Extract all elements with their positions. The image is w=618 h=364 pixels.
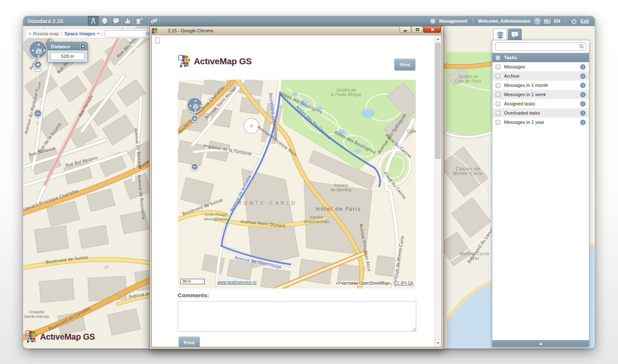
minimize-button[interactable] <box>399 26 411 33</box>
scrollbar-thumb[interactable] <box>435 43 441 159</box>
tasks-header-label: Tasks <box>504 55 517 60</box>
brand-logo: ActıveMap GS <box>25 330 95 343</box>
info-icon[interactable]: i <box>580 110 586 116</box>
power-icon <box>571 18 577 24</box>
document-icon <box>155 37 160 43</box>
map-label: Cafe <box>407 129 416 134</box>
help-button[interactable]: ? <box>534 18 541 24</box>
brand-name: ActıveMap GS <box>194 56 252 66</box>
task-checkbox[interactable] <box>496 111 500 115</box>
chevron-down-icon: ▾ <box>98 31 100 36</box>
lang-en-button[interactable]: EN <box>554 18 560 24</box>
gear-icon <box>430 18 436 24</box>
distance-value: 528 m <box>50 52 85 60</box>
print-button-bottom[interactable]: Print <box>179 337 200 347</box>
search-icon <box>579 44 584 49</box>
sidebar-search-input[interactable] <box>497 43 577 50</box>
task-checkbox[interactable] <box>496 65 500 69</box>
attribution-license-link[interactable]: CC-BY-SA <box>394 281 413 285</box>
map-label: Croix-RougeMonégasque <box>204 212 227 221</box>
comments-textarea[interactable] <box>178 301 416 332</box>
sidebar-collapse-bar[interactable] <box>492 340 589 347</box>
close-icon[interactable]: ✕ <box>80 44 86 49</box>
topbar-right: Management Welcome, Administrator ? RU E… <box>430 18 595 24</box>
zoom-out-button[interactable]: − <box>191 163 198 170</box>
base-layer-dropdown[interactable]: Russia map <box>33 31 59 36</box>
task-checkbox[interactable] <box>496 74 500 79</box>
lang-ru-button[interactable]: RU <box>544 18 551 24</box>
window-titlebar[interactable]: 2.15 - Google Chrome <box>150 26 444 35</box>
pan-control[interactable] <box>187 97 203 113</box>
stats-tool-button[interactable] <box>121 16 133 26</box>
info-icon[interactable]: i <box>580 120 586 125</box>
toolbar <box>87 16 160 26</box>
zoom-out-button[interactable]: − <box>34 109 42 118</box>
info-icon[interactable]: i <box>580 101 586 107</box>
exit-button[interactable]: Exit <box>581 18 589 24</box>
zoom-in-button[interactable]: + <box>34 60 42 69</box>
tasks-panel: Tasks Messages i Archive i Messages in 1… <box>492 40 589 347</box>
print-brand-logo: ActıveMap GS <box>178 55 252 68</box>
layer-switcher: ▾ Russia map | Space images ▾ | <box>25 29 156 39</box>
tab-messages[interactable]: ? <box>508 29 522 40</box>
close-button[interactable] <box>423 26 441 33</box>
add-layer-icon <box>135 18 143 24</box>
task-label: Messages <box>504 64 525 69</box>
pan-control[interactable] <box>29 40 47 59</box>
task-row[interactable]: Messages in 1 week i <box>492 90 589 99</box>
tasks-select-all-checkbox[interactable] <box>496 55 500 60</box>
legend-tool-button[interactable] <box>110 16 121 26</box>
map-scale-bar: 30 m <box>180 279 205 284</box>
info-icon[interactable]: i <box>580 64 586 70</box>
map-search <box>105 30 152 37</box>
distance-popup-title: Distance <box>51 44 80 49</box>
measure-tool-button[interactable] <box>87 16 99 26</box>
task-row[interactable]: Assigned tasks i <box>492 99 589 108</box>
task-row[interactable]: Archive i <box>492 71 589 81</box>
scroll-up-button[interactable] <box>435 36 441 42</box>
messages-icon: ? <box>511 31 519 38</box>
task-checkbox[interactable] <box>496 83 500 88</box>
task-label: Messages in 1 year <box>504 120 544 125</box>
activemap-logo-icon <box>25 330 37 343</box>
task-row[interactable]: Overloaded tasks i <box>492 108 589 118</box>
task-row[interactable]: Messages in 1 year i <box>492 118 589 127</box>
legend-icon <box>113 18 119 24</box>
task-row[interactable]: Messages i <box>492 62 589 71</box>
stats-icon <box>124 18 131 24</box>
task-label: Archive <box>504 73 520 79</box>
print-map[interactable]: Boulevard Princesse CharlotteAvenue Sain… <box>178 80 416 288</box>
map-search-input[interactable] <box>106 31 145 37</box>
task-row[interactable]: Messages in 1 month i <box>492 81 589 90</box>
task-checkbox[interactable] <box>496 120 500 125</box>
task-checkbox[interactable] <box>496 92 500 97</box>
divider: | <box>61 31 62 36</box>
activemap-logo-icon <box>178 55 190 68</box>
chevron-down-icon: ▾ <box>29 31 31 36</box>
info-icon[interactable]: i <box>580 83 586 88</box>
overlay-layer-dropdown[interactable]: Space images <box>64 31 95 36</box>
add-layer-tool-button[interactable] <box>133 16 144 26</box>
zoom-in-button[interactable]: + <box>191 115 198 122</box>
info-icon[interactable]: i <box>580 92 586 97</box>
management-button[interactable]: Management <box>439 18 467 24</box>
link-tool-button[interactable] <box>148 16 160 26</box>
pan-hand-icon <box>29 41 48 60</box>
print-button-top[interactable]: Print <box>394 59 415 71</box>
zoom-slider-track[interactable] <box>37 71 38 107</box>
svg-text:?: ? <box>513 32 515 36</box>
print-tool-button[interactable] <box>99 16 110 26</box>
scroll-down-button[interactable] <box>435 340 441 346</box>
divider <box>473 18 473 24</box>
task-checkbox[interactable] <box>496 102 500 106</box>
screen: Avenue de VillaineAvenue du Maréchal Foc… <box>0 0 618 364</box>
info-icon[interactable]: i <box>580 73 586 79</box>
distance-popup: Distance ✕ 528 m <box>47 42 88 63</box>
tab-layers[interactable] <box>493 29 507 40</box>
print-icon <box>101 18 108 24</box>
maximize-button[interactable] <box>412 26 423 33</box>
gradoservice-link[interactable]: www.gradoservice.ru <box>217 280 256 285</box>
map-label: Jardins duCafe de Paris <box>454 74 481 84</box>
window-scrollbar[interactable] <box>434 36 441 346</box>
zoom-slider-handle[interactable] <box>34 69 41 72</box>
